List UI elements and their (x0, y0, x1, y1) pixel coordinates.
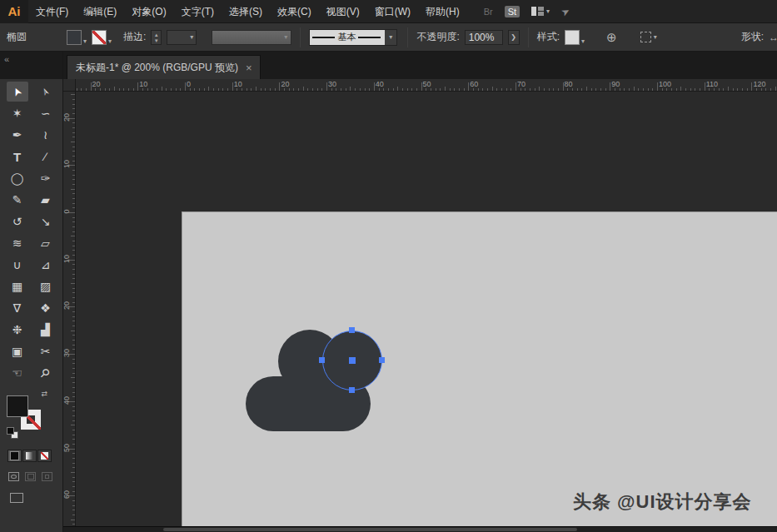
screen-mode-button[interactable] (10, 493, 23, 503)
hand-tool-icon: ☜ (12, 366, 22, 380)
anchor-handle-center[interactable] (349, 357, 356, 364)
menu-item-help[interactable]: 帮助(H) (418, 0, 467, 23)
pen-tool[interactable]: ✒ (7, 125, 28, 145)
eyedropper-tool[interactable]: ∇ (7, 298, 28, 318)
eyedropper-tool-icon: ∇ (13, 301, 21, 315)
document-tab[interactable]: 未标题-1* @ 200% (RGB/GPU 预览) × (67, 55, 261, 79)
free-transform-tool-icon: ▱ (41, 236, 50, 250)
ellipse-tool[interactable]: ◯ (7, 168, 28, 188)
menu-item-file[interactable]: 文件(F) (28, 0, 76, 23)
symbol-sprayer-tool[interactable]: ❉ (7, 320, 28, 340)
stroke-weight-label: 描边: (123, 30, 146, 44)
document-tab-title: 未标题-1* @ 200% (RGB/GPU 预览) (76, 61, 238, 75)
ruler-origin-corner[interactable] (63, 79, 76, 92)
horizontal-ruler[interactable]: 20100102030405060708090100110120 (76, 79, 777, 92)
eraser-tool[interactable]: ▰ (35, 190, 57, 210)
type-tool-icon: T (13, 150, 21, 164)
illustrator-window: Ai 文件(F)编辑(E)对象(O)文字(T)选择(S)效果(C)视图(V)窗口… (0, 0, 777, 532)
zoom-tool[interactable]: ⚲ (35, 363, 57, 383)
type-tool[interactable]: T (7, 147, 28, 167)
color-button[interactable] (7, 450, 22, 462)
fill-color-control[interactable]: ▾ (67, 30, 87, 45)
direct-selection-tool[interactable]: ➢ (35, 82, 57, 102)
canvas-row: 20100102030405060 头条 @UI设计分享会 (63, 92, 777, 526)
anchor-handle-right[interactable] (379, 357, 385, 363)
eraser-tool-icon: ▰ (41, 193, 50, 206)
share-icon[interactable]: ➤ (559, 4, 571, 18)
opacity-options-button[interactable]: ❯ (508, 30, 520, 45)
gradient-tool[interactable]: ▨ (35, 276, 57, 296)
stroke-color-control[interactable]: ▾ (92, 30, 112, 45)
chevron-down-icon: ▾ (654, 33, 657, 41)
stroke-none-swatch[interactable] (92, 30, 107, 45)
stepper-down-icon[interactable]: ▾ (152, 37, 161, 43)
vertical-ruler[interactable]: 20100102030405060 (63, 92, 76, 526)
menu-item-window[interactable]: 窗口(W) (367, 0, 418, 23)
opacity-input[interactable]: 100% (465, 30, 503, 45)
collapse-panel-button[interactable]: « (4, 54, 9, 64)
rotate-tool[interactable]: ↺ (7, 211, 28, 231)
curvature-tool[interactable]: ≀ (35, 125, 57, 145)
magic-wand-tool[interactable]: ✶ (7, 103, 28, 123)
close-tab-icon[interactable]: × (246, 62, 252, 74)
stock-icon[interactable]: St (505, 6, 520, 17)
workspace-switcher[interactable]: ▾ (531, 7, 550, 16)
blend-tool[interactable]: ❖ (35, 298, 57, 318)
perspective-grid-tool[interactable]: ⊿ (35, 255, 57, 275)
free-transform-tool[interactable]: ▱ (35, 233, 57, 253)
horizontal-scrollbar[interactable] (63, 526, 777, 532)
canvas[interactable]: 头条 @UI设计分享会 (76, 92, 777, 526)
opacity-label: 不透明度: (416, 30, 459, 44)
artboard-tool[interactable]: ▣ (7, 341, 28, 361)
stroke-weight-dropdown[interactable]: ▾ (167, 30, 197, 45)
menu-item-view[interactable]: 视图(V) (319, 0, 367, 23)
anchor-handle-bottom[interactable] (349, 387, 355, 393)
shape-builder-tool[interactable]: ∪ (7, 255, 28, 275)
blend-tool-icon: ❖ (40, 301, 51, 315)
draw-inside-button[interactable] (42, 472, 52, 481)
width-tool[interactable]: ≋ (7, 233, 28, 253)
draw-normal-button[interactable] (8, 472, 19, 481)
ellipse-tool-icon: ◯ (11, 172, 24, 185)
stepper-up-icon[interactable]: ▴ (152, 32, 161, 37)
gradient-button[interactable] (22, 450, 37, 462)
lasso-tool[interactable]: ∽ (35, 103, 57, 123)
selection-tool[interactable]: ➤ (7, 82, 28, 102)
mesh-tool[interactable]: ▦ (7, 276, 28, 296)
document-setup-globe-icon[interactable]: ⊕ (606, 30, 617, 45)
brush-definition-dropdown[interactable]: ▾ (212, 30, 291, 45)
style-control[interactable]: ▾ (565, 30, 585, 45)
align-options[interactable]: ▾ (640, 32, 657, 42)
draw-behind-button[interactable] (25, 472, 36, 481)
shaper-tool[interactable]: ✎ (7, 190, 28, 210)
scrollbar-thumb[interactable] (163, 528, 577, 531)
chevron-down-icon: ▾ (546, 7, 550, 15)
app-logo[interactable]: Ai (0, 0, 28, 23)
scale-tool[interactable]: ↘ (35, 211, 57, 231)
swap-fill-stroke-icon[interactable]: ⇄ (41, 390, 47, 398)
stroke-style-dropdown[interactable]: 基本 ▾ (309, 29, 397, 46)
menu-item-type[interactable]: 文字(T) (174, 0, 222, 23)
none-button[interactable] (37, 450, 52, 462)
paintbrush-tool[interactable]: ✑ (35, 168, 57, 188)
fill-swatch[interactable] (67, 30, 82, 45)
shaper-tool-icon: ✎ (12, 193, 22, 206)
fill-color-box[interactable] (7, 396, 27, 416)
column-graph-tool[interactable]: ▟ (35, 320, 57, 340)
bridge-icon[interactable]: Br (484, 7, 493, 17)
main-area: « ➤➢✶∽✒≀T∕◯✑✎▰↺↘≋▱∪⊿▦▨∇❖❉▟▣✂☜⚲ ⇄ (0, 52, 777, 532)
default-colors-icon[interactable] (7, 428, 17, 438)
menu-item-edit[interactable]: 编辑(E) (76, 0, 124, 23)
anchor-handle-left[interactable] (319, 357, 325, 363)
hand-tool[interactable]: ☜ (7, 363, 28, 383)
slice-tool[interactable]: ✂ (35, 341, 57, 361)
stroke-weight-stepper[interactable]: ▴ ▾ (151, 30, 162, 45)
menu-item-object[interactable]: 对象(O) (124, 0, 173, 23)
menu-item-select[interactable]: 选择(S) (222, 0, 270, 23)
anchor-handle-top[interactable] (349, 327, 355, 333)
menu-item-effect[interactable]: 效果(C) (270, 0, 319, 23)
stroke-style-label: 基本 (337, 31, 356, 43)
style-swatch[interactable] (565, 30, 580, 45)
shape-width-icon[interactable]: ↔ (769, 32, 777, 43)
line-segment-tool[interactable]: ∕ (35, 147, 57, 167)
